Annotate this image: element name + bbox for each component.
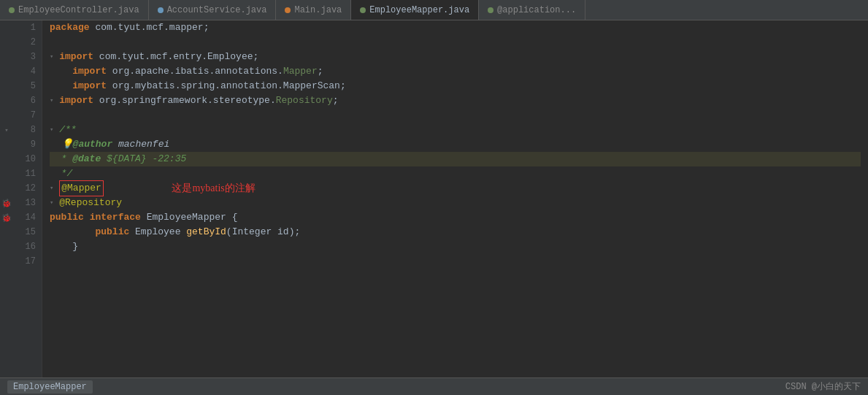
bottom-tab-label[interactable]: EmployeeMapper (7, 380, 93, 394)
bottom-tab-bar: EmployeeMapper CSDN @小白的天下 (0, 377, 868, 395)
gutter-cell-12 (0, 181, 13, 196)
gutter-cell-7 (0, 108, 13, 123)
code-line-16: } (50, 239, 861, 254)
annotation-repository: @Repository (59, 196, 122, 210)
line-num-14: 14 (19, 210, 36, 225)
tab-label: @application... (497, 5, 576, 15)
tab-label: EmployeeController.java (18, 5, 139, 15)
code-line-9: 💡@author machenfei (50, 137, 861, 152)
tab-main[interactable]: Main.java (276, 0, 351, 20)
code-text: { (226, 210, 238, 225)
code-text (50, 79, 72, 93)
tab-application[interactable]: @application... (479, 0, 585, 20)
line-num-17: 17 (19, 254, 36, 269)
tab-dot (9, 7, 15, 13)
line-num-13: 13 (19, 196, 36, 210)
code-line-11: */ (50, 166, 861, 181)
javadoc-author-tag: @author (73, 137, 113, 152)
left-gutter-icons: ▾ 🐞 🐞 (0, 20, 13, 377)
line-num-8: 8 (19, 123, 36, 137)
javadoc-open: /** (59, 123, 76, 137)
code-text: org.springframework.stereotype. (93, 93, 276, 108)
kw-import-4: import (72, 64, 107, 79)
code-line-10: * @date ${DATA} -22:35 (50, 152, 861, 166)
code-line-1: package com.tyut.mcf.mapper; (50, 20, 861, 35)
gutter-cell-11 (0, 166, 13, 181)
javadoc-author-val: machenfei (112, 137, 169, 152)
code-text (84, 210, 90, 225)
tab-label: Main.java (294, 5, 342, 15)
method-name: getById (186, 225, 226, 239)
gutter-cell-16 (0, 239, 13, 254)
code-line-12: ▾ @Mapper 这是mybatis的注解 (50, 181, 861, 196)
code-text (104, 181, 172, 196)
line-num-12: 12 (19, 181, 36, 196)
line-num-4: 4 (19, 64, 36, 79)
code-indent (50, 225, 95, 239)
line-num-10: 10 (19, 152, 36, 166)
code-text: ; (333, 93, 339, 108)
code-line-2 (50, 35, 861, 50)
code-line-7 (50, 108, 861, 123)
gutter-cell-2 (0, 35, 13, 50)
code-line-17 (50, 254, 861, 269)
code-content[interactable]: package com.tyut.mcf.mapper; ▾ import co… (42, 20, 868, 377)
gutter-cell-5 (0, 79, 13, 93)
tab-dot (360, 7, 366, 13)
code-text: com.tyut.mcf.mapper; (90, 20, 210, 35)
javadoc-line9: 💡 (50, 137, 73, 152)
line-num-11: 11 (19, 166, 36, 181)
kw-public-15: public (95, 225, 129, 239)
tab-label: AccountService.java (167, 5, 267, 15)
annotation-mapper-box: @Mapper (59, 180, 104, 196)
javadoc-date-tag: @date (72, 152, 101, 166)
line-num-6: 6 (19, 93, 36, 108)
line-num-3: 3 (19, 50, 36, 64)
bottom-tab-text: EmployeeMapper (13, 382, 87, 392)
code-line-14: public interface EmployeeMapper { (50, 210, 861, 225)
tab-employee-mapper[interactable]: EmployeeMapper.java (351, 0, 479, 20)
editor-container: EmployeeController.java AccountService.j… (0, 0, 868, 395)
line-num-9: 9 (19, 137, 36, 152)
iface-name: EmployeeMapper (147, 210, 226, 225)
code-line-3: ▾ import com.tyut.mcf.entry.Employee; (50, 50, 861, 64)
line-numbers: 1 2 3 4 5 6 7 8 9 10 11 12 13 14 15 16 1… (13, 20, 42, 377)
javadoc-line10-star: * (50, 152, 72, 166)
line-num-5: 5 (19, 79, 36, 93)
cn-comment-text: 这是mybatis的注解 (172, 181, 255, 196)
tab-employee-controller[interactable]: EmployeeController.java (0, 0, 149, 20)
tab-dot (285, 7, 291, 13)
code-text (50, 64, 72, 79)
tab-label: EmployeeMapper.java (369, 5, 469, 15)
gutter-cell-6 (0, 93, 13, 108)
gutter-cell-1 (0, 20, 13, 35)
code-text (141, 210, 147, 225)
tab-dot (488, 7, 493, 13)
kw-import-3: import (59, 50, 93, 64)
gutter-cell-8: ▾ (0, 123, 13, 137)
tab-account-service[interactable]: AccountService.java (149, 0, 277, 20)
code-line-4: import org.apache.ibatis.annotations.Map… (50, 64, 861, 79)
javadoc-close: */ (50, 166, 72, 181)
code-text: Employee (129, 225, 186, 239)
gutter-cell-3 (0, 50, 13, 64)
code-line-8: ▾ /** (50, 123, 861, 137)
code-line-13: ▾ @Repository (50, 196, 861, 210)
code-line-15: public Employee getById(Integer id); (50, 225, 861, 239)
code-text: ; (318, 64, 323, 79)
code-text: (Integer id); (226, 225, 300, 239)
tab-dot (158, 7, 164, 13)
code-line-5: import org.mybatis.spring.annotation.Map… (50, 79, 861, 93)
kw-import-6: import (59, 93, 93, 108)
code-line-6: ▾ import org.springframework.stereotype.… (50, 93, 861, 108)
gutter-cell-4 (0, 64, 13, 79)
javadoc-date-val: ${DATA} -22:35 (101, 152, 186, 166)
line-num-15: 15 (19, 225, 36, 239)
code-text: org.mybatis.spring.annotation.MapperScan… (107, 79, 346, 93)
line-num-1: 1 (19, 20, 36, 35)
line-num-7: 7 (19, 108, 36, 123)
watermark: CSDN @小白的天下 (786, 380, 861, 393)
gutter-cell-17 (0, 254, 13, 269)
code-text: } (50, 239, 78, 254)
gutter-cell-14: 🐞 (0, 210, 13, 225)
